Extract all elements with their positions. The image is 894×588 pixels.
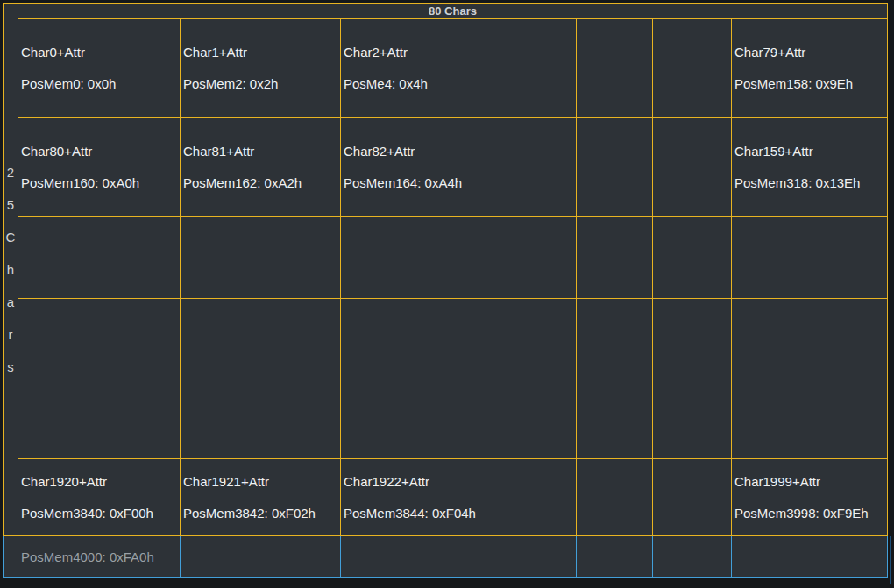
cell-posmem-label: PosMem3844: 0xF04h bbox=[344, 504, 500, 523]
cell-char-label: Char1922+Attr bbox=[344, 472, 500, 492]
grid-cell-r1-c3 bbox=[500, 118, 577, 217]
grid-cell-r0-c2: Char2+AttrPosMe4: 0x4h bbox=[341, 19, 500, 118]
cell-posmem-label: PosMe4: 0x4h bbox=[344, 74, 500, 94]
grid-cell-r5-c3 bbox=[500, 459, 577, 536]
cell-char-label: Char0+Attr bbox=[21, 43, 180, 62]
grid-cell-r2-c5 bbox=[653, 217, 732, 299]
grid-cell-r2-c4 bbox=[577, 217, 653, 299]
grid-cell-r2-c1 bbox=[181, 217, 341, 299]
grid-cell-r2-c2 bbox=[341, 217, 500, 299]
grid-cell-r3-c4 bbox=[577, 299, 653, 379]
vga-text-memory-grid: 25Chars 80 Chars Char0+AttrPosMem0: 0x0h… bbox=[3, 3, 888, 536]
grid-cell-r5-c0: Char1920+AttrPosMem3840: 0xF00h bbox=[18, 459, 181, 536]
grid-cell-r4-c3 bbox=[500, 379, 577, 459]
grid-cell-r1-c1: Char81+AttrPosMem162: 0xA2h bbox=[181, 118, 341, 217]
grid-cell-r4-c4 bbox=[577, 379, 653, 459]
cell-posmem-label: PosMem162: 0xA2h bbox=[183, 174, 340, 193]
grid-cell-r5-c5 bbox=[653, 459, 732, 536]
grid-cell-r5-c4 bbox=[577, 459, 653, 536]
cell-posmem-label: PosMem0: 0x0h bbox=[21, 74, 180, 94]
grid-cell-r4-c5 bbox=[653, 379, 732, 459]
grid-cell-r2-c6 bbox=[732, 217, 888, 299]
axis-char: C bbox=[6, 221, 16, 253]
grid-cell-r0-c6: Char79+AttrPosMem158: 0x9Eh bbox=[732, 19, 888, 118]
axis-char: a bbox=[7, 286, 14, 318]
grid-cell-r5-c2: Char1922+AttrPosMem3844: 0xF04h bbox=[341, 459, 500, 536]
grid-cell-r4-c2 bbox=[341, 379, 500, 459]
cell-posmem-label: PosMem318: 0x13Eh bbox=[734, 174, 887, 193]
footer-cell-c6 bbox=[653, 536, 732, 577]
grid-cell-r2-c3 bbox=[500, 217, 577, 299]
grid-cell-r3-c3 bbox=[500, 299, 577, 379]
grid-cell-r0-c0: Char0+AttrPosMem0: 0x0h bbox=[18, 19, 181, 118]
cell-char-label: Char80+Attr bbox=[21, 142, 180, 161]
grid-cell-r0-c4 bbox=[577, 19, 653, 118]
grid-cell-r2-c0 bbox=[18, 217, 181, 299]
grid-cell-r1-c6: Char159+AttrPosMem318: 0x13Eh bbox=[732, 118, 888, 217]
top-axis-80-chars: 80 Chars bbox=[18, 4, 888, 19]
footer-cell-c1: PosMem4000: 0xFA0h bbox=[18, 536, 181, 577]
cell-char-label: Char1920+Attr bbox=[21, 472, 180, 492]
cell-char-label: Char1+Attr bbox=[183, 43, 340, 62]
cell-char-label: Char79+Attr bbox=[734, 43, 887, 62]
cell-posmem-label: PosMem3842: 0xF02h bbox=[183, 504, 340, 523]
cell-char-label: Char2+Attr bbox=[344, 43, 500, 62]
grid-cell-r4-c0 bbox=[18, 379, 181, 459]
grid-cell-r3-c1 bbox=[181, 299, 341, 379]
posmem-end-row: PosMem4000: 0xFA0h bbox=[3, 536, 888, 578]
cell-posmem-label: PosMem3840: 0xF00h bbox=[21, 504, 180, 523]
grid-cell-r4-c6 bbox=[732, 379, 888, 459]
cell-char-label: Char159+Attr bbox=[734, 142, 887, 161]
grid-cell-r5-c1: Char1921+AttrPosMem3842: 0xF02h bbox=[181, 459, 341, 536]
cell-posmem-label: PosMem164: 0xA4h bbox=[344, 174, 500, 193]
axis-char: 2 bbox=[7, 156, 14, 188]
grid-cell-r4-c1 bbox=[181, 379, 341, 459]
grid-cell-r1-c4 bbox=[577, 118, 653, 217]
cell-posmem-label: PosMem3998: 0xF9Eh bbox=[734, 504, 887, 523]
cell-char-label: Char82+Attr bbox=[344, 142, 500, 161]
footer-cell-c3 bbox=[341, 536, 500, 577]
footer-cell-c2 bbox=[181, 536, 341, 577]
axis-char: 5 bbox=[7, 188, 14, 221]
axis-char: h bbox=[7, 253, 14, 286]
cell-char-label: Char1999+Attr bbox=[734, 472, 887, 492]
cell-char-label: Char81+Attr bbox=[183, 142, 340, 161]
grid-cell-r0-c3 bbox=[500, 19, 577, 118]
grid-cell-r5-c6: Char1999+AttrPosMem3998: 0xF9Eh bbox=[732, 459, 888, 536]
axis-char: r bbox=[9, 318, 13, 351]
grid-cell-r3-c5 bbox=[653, 299, 732, 379]
cell-char-label: Char1921+Attr bbox=[183, 472, 340, 492]
cell-posmem-label: PosMem160: 0xA0h bbox=[21, 174, 180, 193]
footer-cell-c0 bbox=[4, 536, 18, 577]
grid-cell-r0-c1: Char1+AttrPosMem2: 0x2h bbox=[181, 19, 341, 118]
grid-cell-r3-c6 bbox=[732, 299, 888, 379]
left-axis-25-chars: 25Chars bbox=[4, 4, 18, 536]
cell-posmem-label: PosMem2: 0x2h bbox=[183, 74, 340, 94]
grid-cell-r1-c5 bbox=[653, 118, 732, 217]
footer-cell-c4 bbox=[500, 536, 577, 577]
grid-cell-r1-c2: Char82+AttrPosMem164: 0xA4h bbox=[341, 118, 500, 217]
axis-char: s bbox=[7, 351, 14, 383]
grid-cell-r1-c0: Char80+AttrPosMem160: 0xA0h bbox=[18, 118, 181, 217]
grid-cell-r3-c2 bbox=[341, 299, 500, 379]
cell-posmem-label: PosMem158: 0x9Eh bbox=[734, 74, 887, 94]
footer-cell-c7 bbox=[732, 536, 888, 577]
grid-cell-r0-c5 bbox=[653, 19, 732, 118]
footer-posmem-label: PosMem4000: 0xFA0h bbox=[21, 549, 154, 564]
grid-cell-r3-c0 bbox=[18, 299, 181, 379]
footer-cell-c5 bbox=[577, 536, 653, 577]
